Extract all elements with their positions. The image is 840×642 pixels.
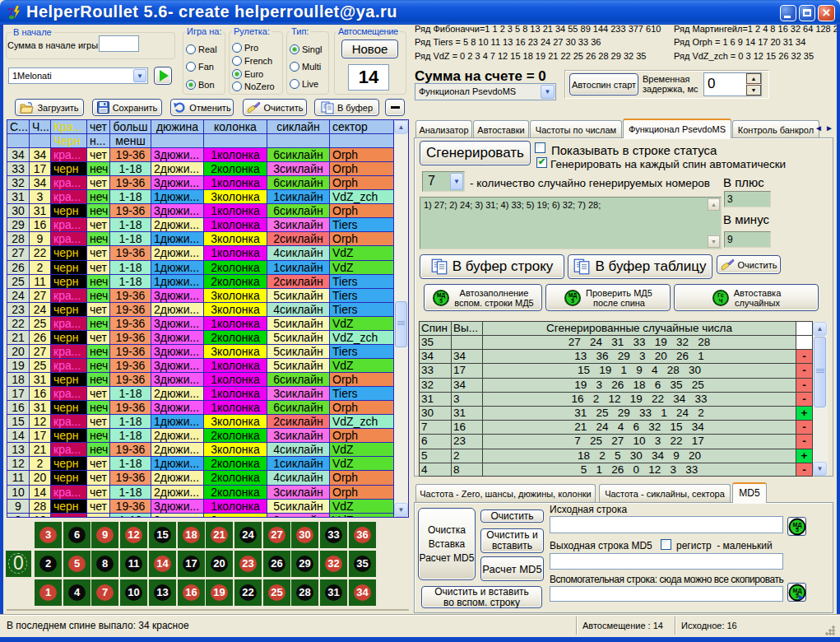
svg-text:Ч: Ч [718,297,722,303]
svg-text:5: 5 [796,527,799,533]
svg-text:5: 5 [571,297,574,303]
svg-text:5: 5 [439,297,443,303]
svg-text:5: 5 [796,593,799,598]
